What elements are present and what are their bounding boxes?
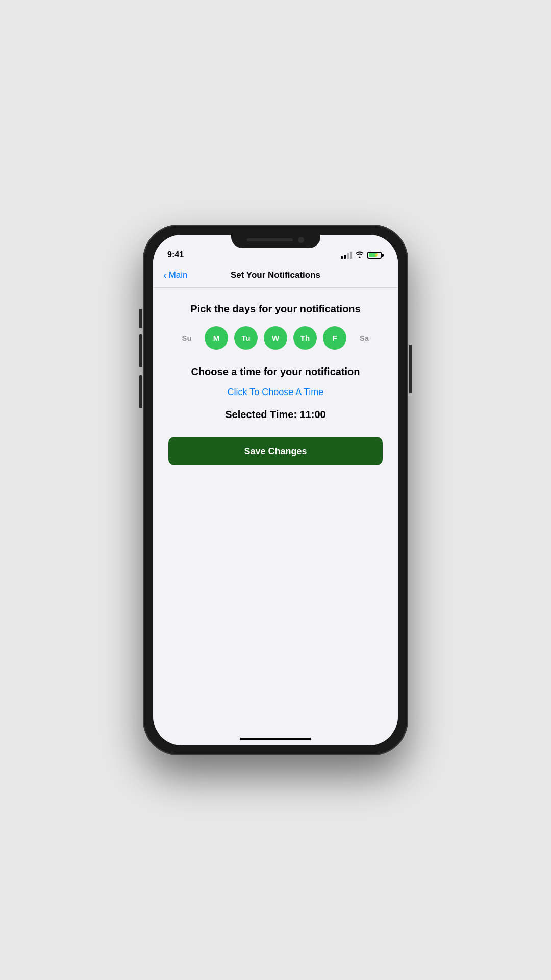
mute-button <box>139 309 142 328</box>
notch-camera <box>298 237 304 243</box>
day-wednesday[interactable]: W <box>264 326 287 350</box>
content-area: Pick the days for your notifications Su … <box>153 288 398 476</box>
wifi-icon <box>355 251 364 259</box>
back-button[interactable]: ‹ Main <box>163 270 188 281</box>
home-indicator <box>240 738 311 740</box>
day-tuesday[interactable]: Tu <box>234 326 258 350</box>
notch-bar <box>247 238 293 241</box>
volume-down-button <box>139 375 142 408</box>
selected-time-display: Selected Time: 11:00 <box>225 409 326 421</box>
day-sunday[interactable]: Su <box>175 326 198 350</box>
battery-icon: ⚡ <box>367 252 384 259</box>
status-time: 9:41 <box>167 250 184 259</box>
nav-bar: ‹ Main Set Your Notifications <box>153 262 398 288</box>
status-icons: ⚡ <box>341 251 384 259</box>
time-section-title: Choose a time for your notification <box>191 366 360 378</box>
choose-time-link[interactable]: Click To Choose A Time <box>228 387 324 398</box>
day-saturday[interactable]: Sa <box>353 326 376 350</box>
volume-up-button <box>139 334 142 368</box>
phone-frame: 9:41 ⚡ <box>143 225 408 755</box>
day-thursday[interactable]: Th <box>293 326 317 350</box>
days-section-title: Pick the days for your notifications <box>190 303 360 315</box>
back-label: Main <box>169 270 188 280</box>
chevron-left-icon: ‹ <box>163 269 167 281</box>
signal-icon <box>341 252 352 259</box>
days-row: Su M Tu W Th F Sa <box>175 326 376 350</box>
screen: 9:41 ⚡ <box>153 235 398 745</box>
notch <box>231 232 320 248</box>
day-friday[interactable]: F <box>323 326 346 350</box>
save-button[interactable]: Save Changes <box>168 437 383 465</box>
nav-title: Set Your Notifications <box>231 270 320 280</box>
day-monday[interactable]: M <box>205 326 228 350</box>
power-button <box>409 345 412 393</box>
